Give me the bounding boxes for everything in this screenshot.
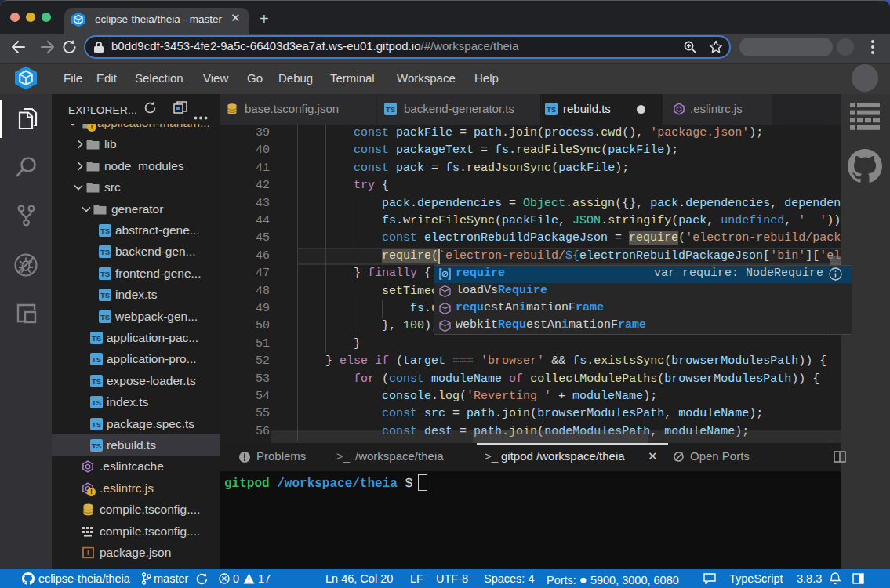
svg-text:TS: TS [92, 377, 101, 386]
svg-text:TS: TS [92, 355, 101, 364]
svg-text:TS: TS [100, 291, 110, 299]
svg-text:TS: TS [547, 105, 556, 114]
svg-text:TS: TS [100, 270, 110, 278]
svg-text:TS: TS [100, 248, 110, 256]
svg-text:TS: TS [92, 398, 101, 407]
svg-text:TS: TS [92, 334, 101, 343]
svg-text:TS: TS [386, 105, 395, 114]
svg-text:TS: TS [100, 227, 110, 235]
svg-text:TS: TS [100, 313, 110, 321]
svg-text:TS: TS [92, 441, 101, 450]
svg-text:TS: TS [92, 420, 101, 429]
